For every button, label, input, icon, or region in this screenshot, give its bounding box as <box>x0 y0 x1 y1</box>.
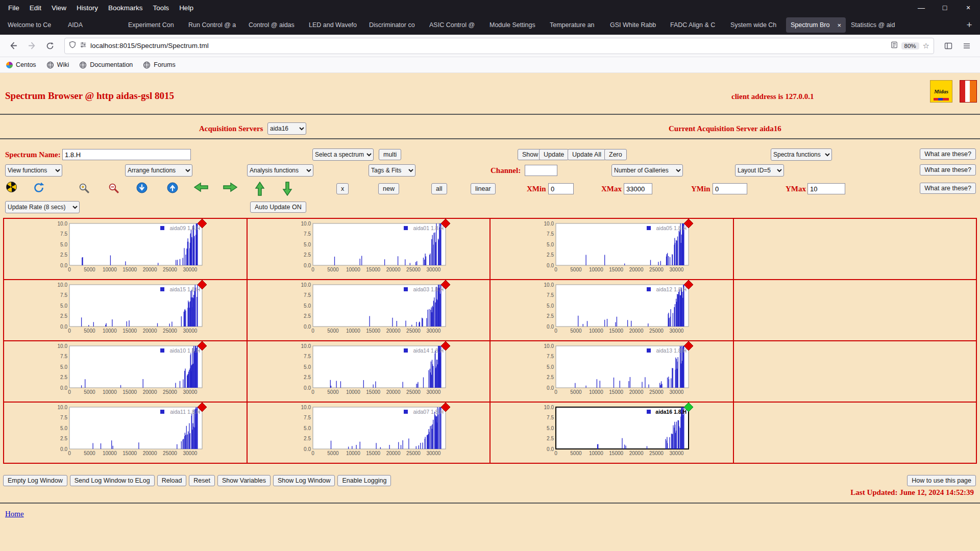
navigate-up-icon[interactable] <box>166 182 179 194</box>
forward-button[interactable] <box>23 38 40 54</box>
menu-help[interactable]: Help <box>174 0 199 15</box>
show-log-window-button[interactable]: Show Log Window <box>273 475 335 486</box>
spectrum-chart-aida05[interactable]: 05000100001500020000250003000010.07.55.0… <box>535 220 695 279</box>
tab-6[interactable]: LED and Wavefo <box>304 17 364 33</box>
reset-button[interactable]: Reset <box>189 475 215 486</box>
tracking-protection-icon[interactable] <box>69 41 76 51</box>
zoom-out-icon[interactable] <box>107 182 120 194</box>
tab-close-icon[interactable]: × <box>837 21 841 29</box>
minimize-button[interactable]: — <box>910 4 933 12</box>
update-button[interactable]: Update <box>539 149 569 160</box>
gallery-cell-aida10[interactable]: 05000100001500020000250003000010.07.55.0… <box>4 341 247 402</box>
show-variables-button[interactable]: Show Variables <box>217 475 271 486</box>
spectrum-name-input[interactable] <box>62 149 191 160</box>
bookmark-centos[interactable]: Centos <box>6 61 36 68</box>
menu-file[interactable]: File <box>3 0 24 15</box>
tab-14[interactable]: Spectrum Bro× <box>786 17 846 33</box>
xmax-input[interactable] <box>624 183 652 194</box>
bookmark-wiki[interactable]: Wiki <box>46 61 69 69</box>
send-log-window-to-elog-button[interactable]: Send Log Window to ELog <box>70 475 155 486</box>
site-permissions-icon[interactable] <box>80 41 87 51</box>
select-spectrum-dropdown[interactable]: Select a spectrum <box>312 148 374 161</box>
back-button[interactable] <box>5 38 21 54</box>
arrange-functions-dropdown[interactable]: Arrange functions <box>125 164 192 177</box>
menu-icon[interactable] <box>959 38 975 54</box>
acquisition-server-select[interactable]: aida16 <box>267 122 306 135</box>
maximize-button[interactable]: □ <box>933 4 957 12</box>
ymax-input[interactable] <box>807 183 845 194</box>
menu-view[interactable]: View <box>46 0 71 15</box>
menu-bookmarks[interactable]: Bookmarks <box>103 0 148 15</box>
layout-id-dropdown[interactable]: Layout ID=5 <box>735 164 784 177</box>
spectrum-chart-aida11[interactable]: 05000100001500020000250003000010.07.55.0… <box>49 404 208 462</box>
new-button[interactable]: new <box>378 183 399 194</box>
what-are-these-button-2[interactable]: What are these? <box>920 164 976 176</box>
url-text[interactable]: localhost:8015/Spectrum/Spectrum.tml <box>90 42 887 49</box>
sidebar-icon[interactable] <box>940 38 957 54</box>
arrow-up-icon[interactable] <box>254 182 265 196</box>
tab-7[interactable]: Discriminator co <box>364 17 424 33</box>
spectrum-chart-aida01[interactable]: 05000100001500020000250003000010.07.55.0… <box>292 220 452 279</box>
what-are-these-button-1[interactable]: What are these? <box>920 148 976 160</box>
gallery-cell-aida16[interactable]: 05000100001500020000250003000010.07.55.0… <box>490 402 733 463</box>
tab-8[interactable]: ASIC Control @ <box>425 17 484 33</box>
tab-12[interactable]: FADC Align & C <box>666 17 725 33</box>
menu-history[interactable]: History <box>71 0 103 15</box>
tab-13[interactable]: System wide Ch <box>726 17 786 33</box>
gallery-cell-aida12[interactable]: 05000100001500020000250003000010.07.55.0… <box>490 280 733 341</box>
gallery-cell-aida11[interactable]: 05000100001500020000250003000010.07.55.0… <box>4 402 247 463</box>
tab-1[interactable]: Welcome to Ce <box>3 17 63 33</box>
x-button[interactable]: x <box>336 183 349 194</box>
url-bar[interactable]: localhost:8015/Spectrum/Spectrum.tml 80%… <box>64 38 934 54</box>
gsi-logo[interactable] <box>960 80 977 103</box>
spectrum-chart-aida15[interactable]: 05000100001500020000250003000010.07.55.0… <box>49 282 208 340</box>
update-all-button[interactable]: Update All <box>568 149 606 160</box>
all-button[interactable]: all <box>431 183 447 194</box>
arrow-down-icon[interactable] <box>282 182 293 196</box>
tab-9[interactable]: Module Settings <box>485 17 545 33</box>
gallery-cell-aida13[interactable]: 05000100001500020000250003000010.07.55.0… <box>490 341 733 402</box>
tab-5[interactable]: Control @ aidas <box>244 17 304 33</box>
bookmark-documentation[interactable]: Documentation <box>79 61 133 69</box>
arrow-left-icon[interactable] <box>194 182 208 193</box>
xmin-input[interactable] <box>548 183 574 194</box>
gallery-cell-aida01[interactable]: 05000100001500020000250003000010.07.55.0… <box>247 218 491 280</box>
ymin-input[interactable] <box>713 183 747 194</box>
zero-button[interactable]: Zero <box>604 149 627 160</box>
bookmark-forums[interactable]: Forums <box>143 61 175 69</box>
bookmark-star-icon[interactable]: ☆ <box>923 41 929 51</box>
how-to-use-button[interactable]: How to use this page <box>907 475 976 486</box>
spectrum-chart-aida14[interactable]: 05000100001500020000250003000010.07.55.0… <box>292 343 452 401</box>
arrow-right-icon[interactable] <box>223 182 237 193</box>
reader-mode-icon[interactable] <box>891 41 898 51</box>
gallery-cell-aida14[interactable]: 05000100001500020000250003000010.07.55.0… <box>247 341 491 402</box>
reload-button[interactable]: Reload <box>157 475 187 486</box>
spectrum-chart-aida12[interactable]: 05000100001500020000250003000010.07.55.0… <box>535 282 695 340</box>
reload-button[interactable] <box>42 38 58 54</box>
view-functions-dropdown[interactable]: View functions <box>5 164 62 177</box>
update-rate-dropdown[interactable]: Update Rate (8 secs) <box>5 201 80 213</box>
new-tab-button[interactable]: + <box>962 17 977 33</box>
tab-11[interactable]: GSI White Rabb <box>605 17 665 33</box>
empty-log-window-button[interactable]: Empty Log Window <box>3 475 67 486</box>
what-are-these-button-3[interactable]: What are these? <box>920 183 976 194</box>
spectrum-chart-aida16[interactable]: 05000100001500020000250003000010.07.55.0… <box>535 404 695 462</box>
home-link[interactable]: Home <box>5 510 24 518</box>
gallery-cell-aida05[interactable]: 05000100001500020000250003000010.07.55.0… <box>490 218 733 280</box>
spectrum-chart-aida07[interactable]: 05000100001500020000250003000010.07.55.0… <box>292 404 452 462</box>
multi-button[interactable]: multi <box>379 149 401 160</box>
tab-3[interactable]: Experiment Con <box>124 17 183 33</box>
midas-logo[interactable]: Midas <box>930 80 952 103</box>
gallery-cell-aida07[interactable]: 05000100001500020000250003000010.07.55.0… <box>247 402 491 463</box>
tab-15[interactable]: Statistics @ aid <box>846 17 906 33</box>
spectrum-chart-aida09[interactable]: 05000100001500020000250003000010.07.55.0… <box>49 220 208 279</box>
close-button[interactable]: × <box>957 4 980 12</box>
spectrum-chart-aida13[interactable]: 05000100001500020000250003000010.07.55.0… <box>535 343 695 401</box>
spectrum-chart-aida03[interactable]: 05000100001500020000250003000010.07.55.0… <box>292 282 452 340</box>
analysis-functions-dropdown[interactable]: Analysis functions <box>247 164 313 177</box>
menu-edit[interactable]: Edit <box>24 0 46 15</box>
spectra-functions-dropdown[interactable]: Spectra functions <box>771 148 832 161</box>
enable-logging-button[interactable]: Enable Logging <box>337 475 391 486</box>
zoom-in-icon[interactable] <box>78 182 90 194</box>
number-of-galleries-dropdown[interactable]: Number of Galleries <box>611 164 683 177</box>
